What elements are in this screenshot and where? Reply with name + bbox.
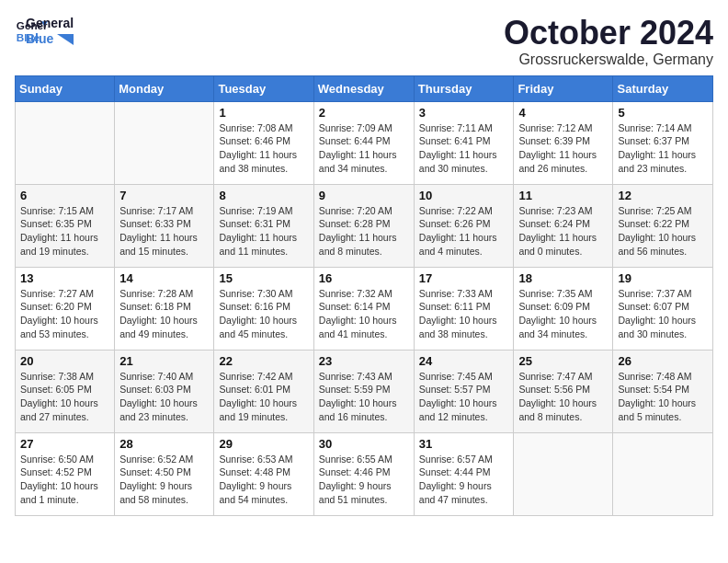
title-block: October 2024 Grossruckerswalde, Germany — [504, 15, 713, 68]
month-title: October 2024 — [504, 15, 713, 52]
calendar-cell: 24Sunrise: 7:45 AMSunset: 5:57 PMDayligh… — [414, 350, 514, 432]
cell-content: Sunrise: 7:11 AMSunset: 6:41 PMDaylight:… — [419, 121, 509, 176]
calendar-cell: 21Sunrise: 7:40 AMSunset: 6:03 PMDayligh… — [115, 350, 214, 432]
calendar-cell: 31Sunrise: 6:57 AMSunset: 4:44 PMDayligh… — [414, 432, 514, 515]
calendar-cell: 9Sunrise: 7:20 AMSunset: 6:28 PMDaylight… — [313, 184, 414, 267]
cell-content: Sunrise: 7:33 AMSunset: 6:11 PMDaylight:… — [419, 287, 509, 341]
calendar-cell: 25Sunrise: 7:47 AMSunset: 5:56 PMDayligh… — [514, 350, 613, 432]
calendar-cell — [514, 432, 613, 515]
day-number: 26 — [618, 354, 708, 368]
cell-content: Sunrise: 7:20 AMSunset: 6:28 PMDaylight:… — [319, 204, 409, 259]
calendar-cell: 2Sunrise: 7:09 AMSunset: 6:44 PMDaylight… — [313, 101, 414, 184]
cell-content: Sunrise: 7:12 AMSunset: 6:39 PMDaylight:… — [518, 121, 608, 176]
day-number: 22 — [219, 354, 308, 368]
calendar-cell — [613, 432, 713, 515]
cell-content: Sunrise: 7:48 AMSunset: 5:54 PMDaylight:… — [618, 370, 708, 424]
calendar-table: SundayMondayTuesdayWednesdayThursdayFrid… — [15, 75, 713, 516]
calendar-cell: 6Sunrise: 7:15 AMSunset: 6:35 PMDaylight… — [16, 184, 115, 267]
cell-content: Sunrise: 7:37 AMSunset: 6:07 PMDaylight:… — [618, 287, 708, 341]
day-number: 15 — [219, 271, 308, 285]
day-number: 19 — [618, 271, 708, 285]
calendar-cell: 4Sunrise: 7:12 AMSunset: 6:39 PMDaylight… — [514, 101, 613, 184]
cell-content: Sunrise: 7:30 AMSunset: 6:16 PMDaylight:… — [219, 287, 308, 341]
day-number: 21 — [119, 354, 209, 368]
calendar-cell: 14Sunrise: 7:28 AMSunset: 6:18 PMDayligh… — [115, 267, 214, 350]
day-number: 11 — [518, 189, 608, 202]
day-number: 24 — [419, 354, 509, 368]
day-number: 16 — [319, 271, 409, 285]
calendar-cell: 17Sunrise: 7:33 AMSunset: 6:11 PMDayligh… — [414, 267, 514, 350]
day-number: 14 — [119, 271, 209, 285]
calendar-cell: 29Sunrise: 6:53 AMSunset: 4:48 PMDayligh… — [214, 432, 313, 515]
day-number: 3 — [419, 106, 509, 120]
calendar-cell: 23Sunrise: 7:43 AMSunset: 5:59 PMDayligh… — [313, 350, 414, 432]
calendar-cell — [115, 101, 214, 184]
day-header-saturday: Saturday — [613, 75, 713, 101]
calendar-cell — [16, 101, 115, 184]
cell-content: Sunrise: 6:53 AMSunset: 4:48 PMDaylight:… — [219, 453, 308, 507]
calendar-cell: 27Sunrise: 6:50 AMSunset: 4:52 PMDayligh… — [16, 432, 115, 515]
calendar-cell: 8Sunrise: 7:19 AMSunset: 6:31 PMDaylight… — [214, 184, 313, 267]
day-header-sunday: Sunday — [16, 75, 115, 101]
day-number: 9 — [319, 189, 409, 202]
calendar-cell: 15Sunrise: 7:30 AMSunset: 6:16 PMDayligh… — [214, 267, 313, 350]
day-number: 13 — [20, 271, 109, 285]
calendar-cell: 3Sunrise: 7:11 AMSunset: 6:41 PMDaylight… — [414, 101, 514, 184]
svg-marker-3 — [57, 34, 74, 45]
day-number: 30 — [319, 437, 409, 451]
location: Grossruckerswalde, Germany — [504, 52, 713, 68]
calendar-cell: 11Sunrise: 7:23 AMSunset: 6:24 PMDayligh… — [514, 184, 613, 267]
cell-content: Sunrise: 7:28 AMSunset: 6:18 PMDaylight:… — [119, 287, 209, 341]
cell-content: Sunrise: 7:47 AMSunset: 5:56 PMDaylight:… — [518, 370, 608, 424]
day-number: 31 — [419, 437, 509, 451]
cell-content: Sunrise: 7:42 AMSunset: 6:01 PMDaylight:… — [219, 370, 308, 424]
calendar-cell: 16Sunrise: 7:32 AMSunset: 6:14 PMDayligh… — [313, 267, 414, 350]
day-number: 6 — [20, 189, 109, 202]
cell-content: Sunrise: 7:32 AMSunset: 6:14 PMDaylight:… — [319, 287, 409, 341]
cell-content: Sunrise: 7:08 AMSunset: 6:46 PMDaylight:… — [219, 121, 308, 176]
cell-content: Sunrise: 7:43 AMSunset: 5:59 PMDaylight:… — [319, 370, 409, 424]
cell-content: Sunrise: 6:52 AMSunset: 4:50 PMDaylight:… — [119, 453, 209, 507]
day-header-tuesday: Tuesday — [214, 75, 313, 101]
cell-content: Sunrise: 7:45 AMSunset: 5:57 PMDaylight:… — [419, 370, 509, 424]
calendar-cell: 22Sunrise: 7:42 AMSunset: 6:01 PMDayligh… — [214, 350, 313, 432]
day-number: 10 — [419, 189, 509, 202]
calendar-cell: 12Sunrise: 7:25 AMSunset: 6:22 PMDayligh… — [613, 184, 713, 267]
day-number: 12 — [618, 189, 708, 202]
day-number: 20 — [20, 354, 109, 368]
cell-content: Sunrise: 6:50 AMSunset: 4:52 PMDaylight:… — [20, 453, 109, 507]
cell-content: Sunrise: 7:40 AMSunset: 6:03 PMDaylight:… — [119, 370, 209, 424]
day-number: 17 — [419, 271, 509, 285]
calendar-cell: 5Sunrise: 7:14 AMSunset: 6:37 PMDaylight… — [613, 101, 713, 184]
day-header-friday: Friday — [514, 75, 613, 101]
day-number: 4 — [518, 106, 608, 120]
calendar-cell: 1Sunrise: 7:08 AMSunset: 6:46 PMDaylight… — [214, 101, 313, 184]
cell-content: Sunrise: 7:19 AMSunset: 6:31 PMDaylight:… — [219, 204, 308, 259]
calendar-week-1: 1Sunrise: 7:08 AMSunset: 6:46 PMDaylight… — [16, 101, 713, 184]
day-header-thursday: Thursday — [414, 75, 514, 101]
day-number: 28 — [119, 437, 209, 451]
day-number: 5 — [618, 106, 708, 120]
cell-content: Sunrise: 7:22 AMSunset: 6:26 PMDaylight:… — [419, 204, 509, 259]
calendar-week-4: 20Sunrise: 7:38 AMSunset: 6:05 PMDayligh… — [16, 350, 713, 432]
cell-content: Sunrise: 7:35 AMSunset: 6:09 PMDaylight:… — [518, 287, 608, 341]
cell-content: Sunrise: 6:57 AMSunset: 4:44 PMDaylight:… — [419, 453, 509, 507]
cell-content: Sunrise: 7:15 AMSunset: 6:35 PMDaylight:… — [20, 204, 109, 259]
day-number: 25 — [518, 354, 608, 368]
day-number: 29 — [219, 437, 308, 451]
calendar-week-3: 13Sunrise: 7:27 AMSunset: 6:20 PMDayligh… — [16, 267, 713, 350]
cell-content: Sunrise: 7:23 AMSunset: 6:24 PMDaylight:… — [518, 204, 608, 259]
calendar-cell: 28Sunrise: 6:52 AMSunset: 4:50 PMDayligh… — [115, 432, 214, 515]
cell-content: Sunrise: 7:27 AMSunset: 6:20 PMDaylight:… — [20, 287, 109, 341]
logo-chevron-icon — [57, 34, 74, 45]
day-number: 18 — [518, 271, 608, 285]
page-header: General Blue General Blue October 2024 G… — [15, 15, 713, 68]
calendar-cell: 20Sunrise: 7:38 AMSunset: 6:05 PMDayligh… — [16, 350, 115, 432]
cell-content: Sunrise: 6:55 AMSunset: 4:46 PMDaylight:… — [319, 453, 409, 507]
calendar-cell: 10Sunrise: 7:22 AMSunset: 6:26 PMDayligh… — [414, 184, 514, 267]
calendar-cell: 7Sunrise: 7:17 AMSunset: 6:33 PMDaylight… — [115, 184, 214, 267]
cell-content: Sunrise: 7:17 AMSunset: 6:33 PMDaylight:… — [119, 204, 209, 259]
logo-general: General — [26, 16, 74, 31]
cell-content: Sunrise: 7:38 AMSunset: 6:05 PMDaylight:… — [20, 370, 109, 424]
days-header-row: SundayMondayTuesdayWednesdayThursdayFrid… — [16, 75, 713, 101]
